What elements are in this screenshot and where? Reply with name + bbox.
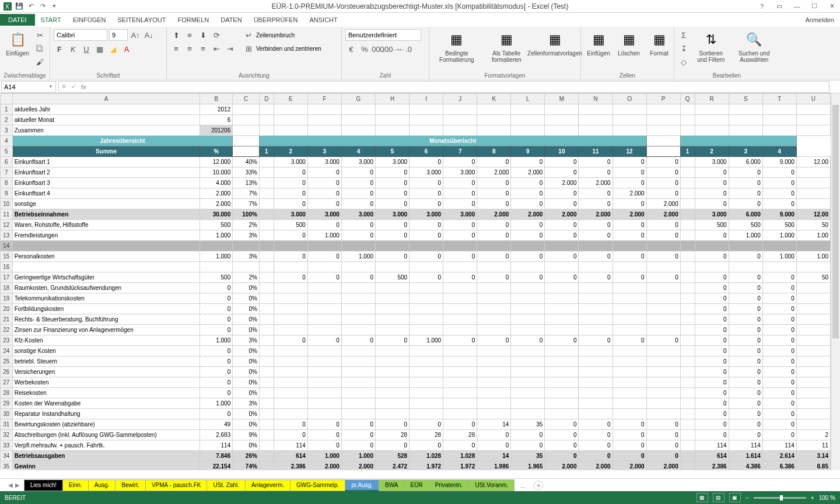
cell[interactable] [443, 262, 477, 272]
new-sheet-button[interactable]: + [534, 481, 543, 490]
cell[interactable]: Einkunftsart 3 [12, 178, 200, 188]
cell[interactable]: Kosten der Warenabgabe [12, 398, 200, 409]
cell[interactable]: 0 [410, 188, 443, 199]
cell[interactable] [477, 262, 511, 272]
cell[interactable]: 0 [477, 430, 511, 440]
cell[interactable]: 0 [307, 335, 341, 346]
cell[interactable]: 0 [341, 199, 375, 209]
cell[interactable] [612, 304, 646, 314]
cell[interactable] [612, 388, 646, 398]
cell[interactable] [259, 440, 274, 451]
cell[interactable] [545, 262, 579, 272]
cell[interactable]: 2.683 [200, 430, 233, 440]
cell[interactable] [612, 262, 646, 272]
vertical-scrollbar[interactable] [831, 93, 840, 470]
cell[interactable]: 0 [200, 325, 233, 335]
row-header[interactable]: 22 [1, 325, 13, 335]
cell[interactable]: 2.000 [511, 167, 545, 178]
cell[interactable] [612, 356, 646, 367]
cell[interactable] [511, 241, 545, 251]
cell[interactable] [410, 388, 443, 398]
cell[interactable] [545, 115, 579, 125]
cell[interactable] [545, 367, 579, 377]
cell[interactable] [410, 377, 443, 388]
cell[interactable] [680, 335, 695, 346]
cell[interactable] [796, 398, 830, 409]
cell[interactable] [233, 262, 260, 272]
indent-dec-icon[interactable]: ⇤ [211, 43, 222, 54]
cell[interactable] [579, 367, 612, 377]
cell[interactable] [729, 115, 762, 125]
cell[interactable] [274, 314, 307, 325]
cell[interactable] [341, 409, 375, 419]
cell[interactable]: 3.000 [410, 167, 443, 178]
cell[interactable] [410, 293, 443, 304]
cell[interactable]: 13% [233, 178, 260, 188]
cell[interactable]: 0 [274, 199, 307, 209]
cell[interactable]: 0 [729, 409, 762, 419]
cell[interactable]: 3% [233, 398, 260, 409]
fill-icon[interactable]: ↧ [678, 43, 690, 54]
cell[interactable] [259, 199, 274, 209]
cell[interactable] [259, 104, 274, 115]
cell[interactable] [579, 388, 612, 398]
cell[interactable]: 0 [579, 157, 612, 167]
cell[interactable]: 0 [695, 314, 729, 325]
cell[interactable] [443, 388, 477, 398]
col-header[interactable]: U [796, 94, 830, 104]
cell[interactable]: 0 [477, 157, 511, 167]
clear-icon[interactable]: ◇ [678, 56, 690, 68]
format-table-button[interactable]: ▦Als Tabelle formatieren [483, 29, 530, 64]
cell[interactable]: 0 [545, 230, 579, 241]
cell[interactable] [545, 304, 579, 314]
cell[interactable]: 0 [762, 356, 796, 367]
cell[interactable] [341, 346, 375, 356]
cell[interactable] [579, 283, 612, 293]
cell[interactable] [341, 325, 375, 335]
cell[interactable] [259, 220, 274, 230]
cell[interactable]: 7% [233, 199, 260, 209]
cell[interactable]: 0 [646, 419, 680, 430]
cell[interactable]: 0 [729, 251, 762, 262]
cell[interactable]: 0 [579, 251, 612, 262]
cell[interactable] [259, 409, 274, 419]
cell[interactable]: Waren, Rohstoffe, Hilfsstoffe [12, 220, 200, 230]
cell[interactable]: 0 [443, 272, 477, 283]
cell[interactable]: 0 [477, 335, 511, 346]
cell[interactable]: 0% [233, 377, 260, 388]
cell[interactable] [259, 377, 274, 388]
cell[interactable] [680, 209, 695, 220]
cell[interactable]: aktuelles Jahr [12, 104, 200, 115]
cell[interactable] [695, 115, 729, 125]
cell[interactable]: 0 [646, 167, 680, 178]
cell[interactable]: 0% [233, 314, 260, 325]
cell[interactable] [612, 398, 646, 409]
cell[interactable] [680, 157, 695, 167]
cell[interactable]: 3.000 [307, 157, 341, 167]
cell[interactable]: 0 [695, 367, 729, 377]
cell[interactable]: 0 [695, 388, 729, 398]
row-header[interactable]: 33 [1, 440, 13, 451]
cell[interactable] [680, 178, 695, 188]
cell[interactable] [259, 167, 274, 178]
cut-icon[interactable]: ✂ [34, 29, 46, 41]
row-header[interactable]: 21 [1, 314, 13, 325]
cell[interactable]: 3.000 [376, 157, 410, 167]
cell[interactable]: 0 [695, 272, 729, 283]
cell[interactable]: 8.85 [796, 461, 830, 471]
cell[interactable] [511, 398, 545, 409]
cell[interactable] [579, 241, 612, 251]
cell[interactable] [612, 241, 646, 251]
cell[interactable] [12, 262, 200, 272]
cell[interactable]: 0 [646, 272, 680, 283]
cell[interactable]: 0 [511, 178, 545, 188]
row-header[interactable]: 18 [1, 283, 13, 293]
cell[interactable] [410, 125, 443, 136]
cell[interactable]: 500 [200, 272, 233, 283]
cell[interactable] [762, 115, 796, 125]
cell[interactable]: 0 [612, 167, 646, 178]
row-header[interactable]: 25 [1, 356, 13, 367]
cell[interactable]: 0% [233, 409, 260, 419]
cell[interactable]: 0 [477, 178, 511, 188]
tab-formulas[interactable]: FORMELN [172, 14, 215, 26]
